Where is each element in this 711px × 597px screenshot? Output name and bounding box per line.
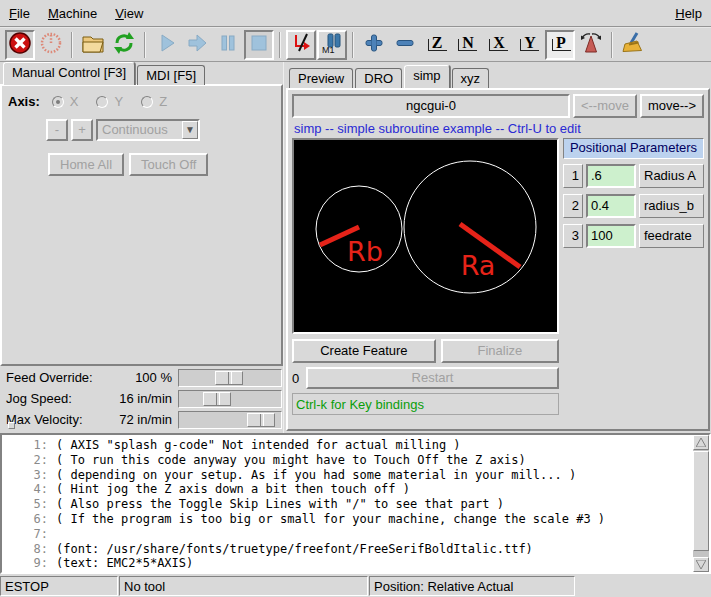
stop-button[interactable] [244, 30, 274, 60]
feed-override-value: 100 % [88, 370, 172, 385]
view-x-button[interactable]: X [483, 30, 513, 60]
jog-speed-value: 16 in/min [88, 391, 172, 406]
jog-increment-value: Continuous [98, 121, 182, 139]
view-z-rotated-button[interactable]: N [452, 30, 482, 60]
estop-button[interactable] [5, 30, 35, 60]
line-number: 7: [2, 527, 48, 542]
home-row: Home All Touch Off [48, 153, 275, 176]
view-z-rotated-letter: N [462, 34, 474, 52]
line-number: 2: [2, 453, 48, 468]
feed-override-thumb[interactable] [215, 371, 243, 385]
tab-manual-control[interactable]: Manual Control [F3] [3, 62, 135, 85]
tab-dro[interactable]: DRO [355, 68, 402, 88]
axis-x-label: X [70, 94, 79, 109]
radius-b-label: Rb [347, 236, 383, 267]
gcode-text-area[interactable]: 1:( AXIS "splash g-code" Not intended fo… [0, 433, 711, 574]
feature-count: 0 [292, 371, 302, 386]
axis-y-label: Y [114, 94, 123, 109]
max-velocity-label: Max Velocity: [6, 412, 83, 427]
status-filler [576, 576, 711, 597]
jog-speed-thumb[interactable] [203, 392, 231, 406]
max-velocity-slider[interactable] [178, 411, 282, 429]
param-2-input[interactable]: 0.4 [586, 194, 636, 218]
machine-power-icon [39, 31, 63, 58]
open-file-icon [81, 31, 105, 58]
jog-plus-button[interactable]: + [71, 119, 93, 141]
ngcgui-header-row: ngcgui-0 <--move move--> [292, 94, 704, 118]
menu-machine[interactable]: Machine [39, 0, 106, 26]
feed-override-slider[interactable] [178, 369, 282, 387]
touch-off-button[interactable]: Touch Off [129, 153, 208, 176]
line-text: ( Also press the Toggle Skip Lines with … [56, 497, 504, 511]
code-scrollbar[interactable] [693, 435, 709, 572]
max-velocity-thumb[interactable] [247, 413, 275, 427]
param-1-input[interactable]: .6 [586, 164, 636, 188]
subroutine-info-text: simp -- simple subroutine example -- Ctr… [292, 118, 704, 138]
pause-button[interactable] [213, 30, 243, 60]
menu-help-accel: H [675, 6, 684, 21]
menu-help[interactable]: Help [666, 0, 711, 26]
run-step-button[interactable] [182, 30, 212, 60]
clear-plot-button[interactable] [618, 30, 648, 60]
gcode-line: 6:( If the program is too big or small f… [2, 512, 709, 527]
param-3-input[interactable]: 100 [586, 224, 636, 248]
zoom-in-button[interactable] [359, 30, 389, 60]
broom-icon [621, 31, 645, 58]
jog-increment-select[interactable]: Continuous ▼ [96, 119, 200, 141]
simp-body: Rb Ra Create Feature Finalize 0 Restart … [292, 138, 704, 415]
tab-simp[interactable]: simp [404, 65, 449, 88]
view-perspective-button[interactable]: P [545, 30, 575, 60]
view-z-button[interactable]: Z [421, 30, 451, 60]
toggle-skip-lines-button[interactable] [286, 30, 316, 60]
positional-parameters: Positional Parameters 1 .6 Radius A 2 0.… [563, 138, 704, 415]
create-feature-button[interactable]: Create Feature [292, 339, 436, 363]
reload-button[interactable] [109, 30, 139, 60]
line-text: ( If the program is too big or small for… [56, 512, 605, 526]
run-button[interactable] [151, 30, 181, 60]
tab-preview[interactable]: Preview [289, 68, 353, 88]
max-velocity-value: 72 in/min [88, 412, 172, 427]
param-1-name: Radius A [639, 164, 704, 188]
manual-control-pane: Manual Control [F3] MDI [F5] Axis: X Y Z [0, 62, 283, 433]
toggle-optional-pause-button[interactable]: M1 [317, 30, 347, 60]
axis-z-radio[interactable]: Z [141, 94, 167, 109]
move-right-button[interactable]: move--> [640, 94, 704, 118]
plus-icon [362, 31, 386, 58]
feed-override-label: Feed Override: [6, 370, 93, 385]
finalize-button[interactable]: Finalize [441, 339, 559, 363]
menu-file[interactable]: File [0, 0, 39, 26]
tab-mdi[interactable]: MDI [F5] [137, 65, 205, 85]
axis-y-radio[interactable]: Y [96, 94, 123, 109]
restart-button[interactable]: Restart [306, 367, 559, 389]
scroll-down-icon[interactable] [693, 557, 709, 572]
home-all-button[interactable]: Home All [48, 153, 124, 176]
radio-circle-icon [52, 96, 64, 108]
line-number: 1: [2, 438, 48, 453]
scroll-up-icon[interactable] [693, 435, 709, 450]
move-left-button[interactable]: <--move [573, 94, 637, 118]
view-y-button[interactable]: Y [514, 30, 544, 60]
menu-view[interactable]: View [106, 0, 152, 26]
toolbar: M1 Z N X Y P [0, 28, 711, 62]
zoom-out-button[interactable] [390, 30, 420, 60]
axis-label: Axis: [8, 94, 40, 109]
machine-state-status: ESTOP [0, 576, 118, 596]
gcode-line: 2:( To run this code anyway you might ha… [2, 453, 709, 468]
parameter-row: 3 100 feedrate [563, 224, 704, 248]
toolbar-separator [71, 32, 73, 58]
toolbar-separator [352, 32, 354, 58]
axis-x-radio[interactable]: X [52, 94, 79, 109]
jog-speed-slider[interactable] [178, 390, 282, 408]
tab-xyz[interactable]: xyz [452, 68, 490, 88]
line-number: 8: [2, 542, 48, 557]
scrollbar-thumb[interactable] [693, 451, 709, 551]
jog-minus-button[interactable]: - [46, 119, 68, 141]
machine-power-button[interactable] [36, 30, 66, 60]
pane-sash-grip[interactable] [8, 422, 15, 429]
gcode-line: 9:(text: EMC2*5*AXIS) [2, 556, 709, 571]
ngcgui-name-entry[interactable]: ngcgui-0 [292, 94, 570, 118]
skip-lines-icon [289, 31, 313, 58]
view-x-letter: X [493, 34, 505, 52]
open-file-button[interactable] [78, 30, 108, 60]
rotate-view-button[interactable] [576, 30, 606, 60]
